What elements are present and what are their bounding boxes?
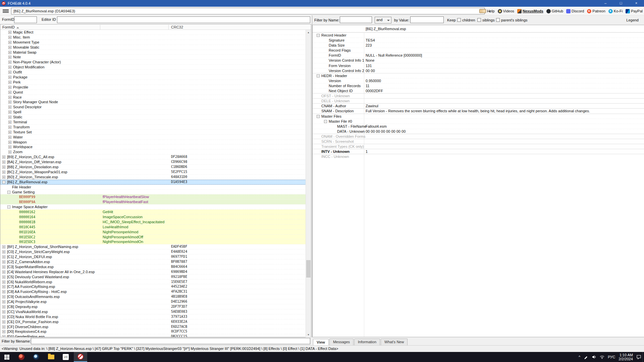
record-row[interactable]: Record Flags <box>313 48 644 53</box>
taskbar-browser-button[interactable] <box>15 352 28 362</box>
expander-icon[interactable]: + <box>8 61 11 64</box>
expander-icon[interactable]: + <box>8 46 11 49</box>
tree-row[interactable]: +Static <box>0 115 306 120</box>
tree-row[interactable]: +[C6] NukaWorldReborn.esp 15E6E5E7 <box>0 280 306 285</box>
expander-icon[interactable]: + <box>2 285 5 288</box>
expander-icon[interactable]: + <box>8 116 11 119</box>
minimize-button[interactable]: – <box>598 0 613 7</box>
expander-icon[interactable]: + <box>2 250 5 253</box>
expander-icon[interactable]: + <box>2 310 5 313</box>
record-field-value[interactable]: 11 <box>366 83 369 88</box>
tab-whats-new[interactable]: What's New <box>381 339 408 345</box>
record-row[interactable]: -Master File #0 <box>313 119 644 124</box>
tree-row[interactable]: +Story Manager Quest Node <box>0 100 306 105</box>
editorid-input[interactable] <box>57 16 310 23</box>
record-field-value[interactable]: 223 <box>366 43 372 48</box>
action-center-icon[interactable] <box>636 355 641 359</box>
tray-chevron-up-icon[interactable]: ^ <box>579 355 580 359</box>
tree-row[interactable]: +[C5] Deviously Cursed Wasteland.esp 092… <box>0 275 306 280</box>
expander-icon[interactable]: + <box>2 276 5 279</box>
tree-row[interactable]: +Non-Player Character (Actor) <box>0 60 306 65</box>
record-field-value[interactable]: 00 00 <box>366 68 375 73</box>
expander-icon[interactable]: + <box>2 255 5 258</box>
expander-icon[interactable]: + <box>8 145 11 148</box>
record-row[interactable]: -Master Files <box>313 114 644 119</box>
taskbar-steam-button[interactable] <box>30 352 43 362</box>
tree-row[interactable]: 001E5DC2 NightPersonperkImodOff <box>0 235 306 240</box>
tree-row[interactable]: +Package <box>0 75 306 80</box>
expander-icon[interactable]: - <box>317 115 320 118</box>
expander-icon[interactable]: + <box>8 101 11 104</box>
expander-icon[interactable]: + <box>8 150 11 154</box>
tree-row[interactable]: +Movement Type <box>0 40 306 45</box>
tree-row[interactable]: +Moveable Static <box>0 45 306 50</box>
network-icon[interactable] <box>600 355 604 359</box>
paypal-link[interactable]: PayPal <box>626 9 643 13</box>
tree-row[interactable]: -Image Space Adapter <box>0 204 306 209</box>
tree-row[interactable]: +[CC] VivaNukaWorld.esp 5AE8E083 <box>0 309 306 314</box>
expander-icon[interactable]: - <box>7 205 10 208</box>
tree-row[interactable]: +Weapon <box>0 140 306 145</box>
keep-siblings-checkbox[interactable] <box>477 18 481 22</box>
expander-icon[interactable]: + <box>8 131 11 134</box>
tree-row[interactable]: +[C2] Z_CameraAddon.esp BF0B7887 <box>0 259 306 264</box>
tree-row[interactable]: +[C4] Wasteland Heroines Replacer All in… <box>0 269 306 275</box>
expander-icon[interactable]: + <box>2 260 5 263</box>
expander-icon[interactable]: + <box>2 156 5 159</box>
record-row[interactable]: Version Control Info 2 00 00 <box>313 68 644 73</box>
expander-icon[interactable]: + <box>8 111 11 114</box>
expander-icon[interactable]: + <box>2 290 5 293</box>
record-row[interactable]: Form Version 131 <box>313 63 644 68</box>
record-row[interactable]: OFST - Unknown <box>313 93 644 98</box>
record-row[interactable]: Next Object ID 00002DFF <box>313 88 644 93</box>
tree-row[interactable]: 001D16EA NightPersonperkImod <box>0 230 306 235</box>
record-row[interactable]: Version 0.950000 <box>313 78 644 83</box>
record-row[interactable]: Number of Records 11 <box>313 83 644 88</box>
tree-row[interactable]: +Perk <box>0 80 306 85</box>
tree-row[interactable]: 0000081B HC_IMOD_SleepEffect_Incapacitat… <box>0 220 306 225</box>
record-field-value[interactable]: 131 <box>366 63 372 68</box>
expander-icon[interactable]: + <box>2 161 5 164</box>
expander-icon[interactable]: + <box>2 300 5 303</box>
tree-row[interactable]: +Outfit <box>0 70 306 75</box>
expander-icon[interactable]: + <box>8 56 11 59</box>
tree-row[interactable]: -[BE] Z_BlurRemoval.esp D1A594E3 <box>0 180 306 185</box>
record-row[interactable]: Signature TES4 <box>313 38 644 43</box>
expander-icon[interactable]: + <box>8 86 11 89</box>
tree-row[interactable]: +Misc. Item <box>0 35 306 40</box>
record-row[interactable]: DELE - Unknown <box>313 98 644 103</box>
tree-row[interactable]: +[C3] SuperMutantRedux.esp B84C6664 <box>0 264 306 269</box>
formid-column-header[interactable]: FormID <box>2 25 19 29</box>
start-button[interactable] <box>0 352 13 362</box>
expander-icon[interactable]: + <box>2 295 5 298</box>
tree-row[interactable]: +Magic Effect <box>0 30 306 35</box>
record-row[interactable]: FormID NULL - Null Reference [00000000] <box>313 53 644 58</box>
tree-row[interactable]: 0010C445 LowHealthImod <box>0 225 306 230</box>
taskbar-calendar-button[interactable]: 23 <box>59 352 72 362</box>
tree-row[interactable]: +[CA] ProjectValkyrie.esp D4E12966 <box>0 299 306 304</box>
record-field-value[interactable]: 1 <box>366 149 368 154</box>
expander-icon[interactable]: + <box>8 66 11 69</box>
expander-icon[interactable]: + <box>8 136 11 139</box>
keep-children-checkbox[interactable] <box>457 18 461 22</box>
tree-row[interactable]: +[C8] AA FusionCityRising - HotC.esp 4FA… <box>0 289 306 294</box>
scrollbar-thumb[interactable] <box>306 260 311 278</box>
scroll-up-icon[interactable]: ▲ <box>306 30 311 35</box>
patreon-link[interactable]: Patreon <box>587 9 605 13</box>
record-field-value[interactable]: Fallout4.esm <box>366 124 387 129</box>
expander-icon[interactable]: + <box>2 281 5 284</box>
discord-link[interactable]: Discord <box>566 9 584 13</box>
tree-row[interactable]: BE000F99 fPlayerHealthHeartbeatSlow <box>0 194 306 199</box>
expander-icon[interactable]: + <box>8 41 11 44</box>
expander-icon[interactable]: + <box>8 121 11 124</box>
tree-row[interactable]: +Object Modification <box>0 65 306 70</box>
show-desktop-button[interactable] <box>642 352 644 362</box>
tree-row[interactable]: +[C7] AA FusionCityRising.esp 44523AE2 <box>0 284 306 289</box>
record-row[interactable]: INCC - Unknown <box>313 154 644 159</box>
expander-icon[interactable]: + <box>8 91 11 94</box>
expander-icon[interactable]: + <box>8 76 11 79</box>
expander-icon[interactable]: + <box>2 166 5 169</box>
filter-operator-select[interactable]: and <box>375 17 391 23</box>
expander-icon[interactable]: + <box>2 270 5 274</box>
tree-row[interactable]: BE000F9A fPlayerHealthHeartbeatFast <box>0 199 306 204</box>
